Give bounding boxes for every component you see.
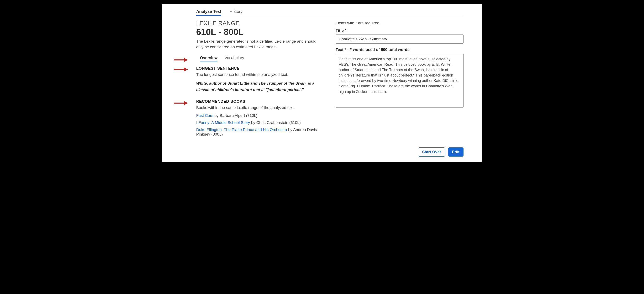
lexile-range-heading: LEXILE RANGE (196, 20, 324, 26)
lexile-range-note: The Lexile range generated is not a cert… (196, 39, 324, 50)
tab-history[interactable]: History (230, 8, 242, 16)
book-meta: by Barbara Alpert (710L) (213, 113, 258, 118)
recommended-books-sub: Books within the same Lexile range of th… (196, 106, 324, 110)
title-input[interactable] (336, 34, 464, 44)
book-meta: by Chris Grabenstein (610L) (250, 120, 301, 125)
required-fields-hint: Fields with * are required. (336, 21, 464, 25)
content-area: Analyze Text History LEXILE RANGE 610L -… (162, 4, 482, 139)
subtab-overview[interactable]: Overview (200, 54, 218, 62)
longest-sentence-quote: White, author of Stuart Little and The T… (196, 80, 324, 93)
title-label: Title * (336, 28, 464, 33)
book-link[interactable]: I Funny: A Middle School Story (196, 120, 250, 125)
lexile-range-value: 610L - 800L (196, 27, 324, 37)
text-label: Text * - # words used of 500 total words (336, 48, 464, 52)
text-label-bold: Text * (336, 48, 346, 52)
longest-sentence-heading: LONGEST SENTENCE (196, 66, 324, 71)
tab-analyze-text[interactable]: Analyze Text (196, 8, 222, 16)
text-label-rest: - # words used of 500 total words (346, 48, 410, 52)
edit-button[interactable]: Edit (448, 148, 464, 156)
left-column: LEXILE RANGE 610L - 800L The Lexile rang… (196, 20, 324, 139)
book-link[interactable]: Fast Cars (196, 113, 213, 118)
text-textarea[interactable] (336, 54, 464, 108)
book-item: I Funny: A Middle School Story by Chris … (196, 120, 324, 125)
top-tab-bar: Analyze Text History (196, 4, 464, 16)
app-window: Analyze Text History LEXILE RANGE 610L -… (162, 4, 482, 162)
right-column: Fields with * are required. Title * Text… (336, 20, 464, 139)
two-column-layout: LEXILE RANGE 610L - 800L The Lexile rang… (196, 20, 464, 139)
longest-sentence-sub: The longest sentence found within the an… (196, 72, 324, 77)
subtab-vocabulary[interactable]: Vocabulary (224, 54, 244, 62)
book-link[interactable]: Duke Ellington: The Piano Prince and His… (196, 128, 287, 132)
sub-tab-bar: Overview Vocabulary (196, 54, 324, 62)
book-item: Duke Ellington: The Piano Prince and His… (196, 128, 324, 136)
start-over-button[interactable]: Start Over (418, 148, 445, 156)
action-bar: Start Over Edit (162, 139, 482, 156)
recommended-books-heading: RECOMMENDED BOOKS (196, 99, 324, 104)
book-item: Fast Cars by Barbara Alpert (710L) (196, 113, 324, 118)
